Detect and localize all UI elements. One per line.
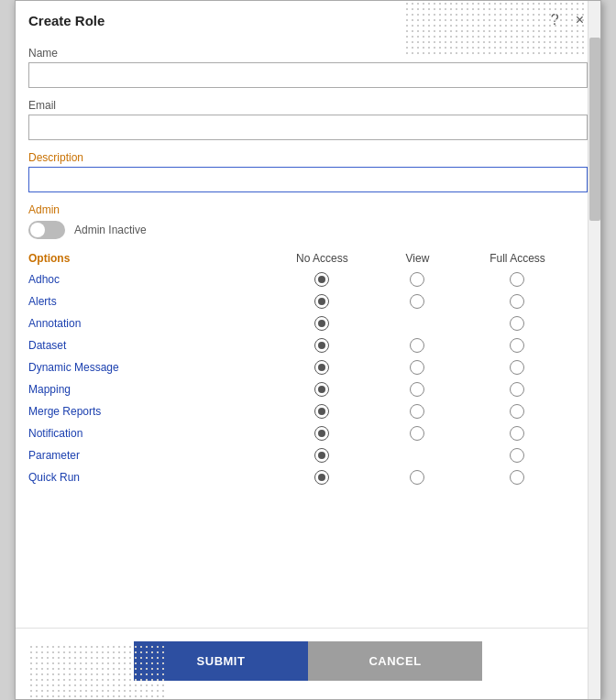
full-access-radio[interactable]	[510, 272, 524, 287]
no-access-cell	[257, 290, 388, 312]
description-input[interactable]	[28, 167, 588, 192]
table-row: Adhoc	[28, 268, 588, 290]
full-access-cell	[447, 356, 588, 378]
col-view-header: View	[388, 248, 447, 268]
full-access-radio[interactable]	[510, 294, 524, 309]
no-access-radio[interactable]	[314, 382, 329, 397]
full-access-cell	[447, 334, 588, 356]
no-access-cell	[257, 268, 388, 290]
view-cell	[388, 466, 447, 488]
permission-name: Mapping	[28, 378, 257, 400]
admin-section: Admin Admin Inactive	[28, 203, 588, 239]
view-cell	[388, 334, 447, 356]
description-field-group: Description	[28, 151, 588, 192]
table-row: Quick Run	[28, 466, 588, 488]
full-access-radio[interactable]	[510, 360, 524, 375]
no-access-radio[interactable]	[314, 448, 329, 463]
submit-button[interactable]: SUBMIT	[134, 641, 308, 681]
full-access-cell	[447, 444, 588, 466]
email-input[interactable]	[28, 115, 588, 140]
full-access-radio[interactable]	[510, 404, 524, 419]
dialog-title: Create Role	[28, 13, 104, 28]
col-full-access-header: Full Access	[447, 248, 588, 268]
admin-toggle[interactable]	[28, 221, 65, 239]
full-access-cell	[447, 268, 588, 290]
view-radio[interactable]	[410, 382, 424, 397]
no-access-cell	[257, 422, 388, 444]
full-access-radio[interactable]	[510, 448, 524, 463]
table-row: Alerts	[28, 290, 588, 312]
no-access-radio[interactable]	[314, 426, 329, 441]
no-access-radio[interactable]	[314, 338, 329, 353]
view-radio[interactable]	[410, 470, 424, 485]
table-row: Parameter	[28, 444, 588, 466]
view-cell	[388, 312, 447, 334]
view-cell	[388, 444, 447, 466]
view-radio[interactable]	[410, 360, 424, 375]
close-button[interactable]: ×	[572, 10, 588, 30]
table-row: Dynamic Message	[28, 356, 588, 378]
table-row: Annotation	[28, 312, 588, 334]
permission-name: Quick Run	[28, 466, 257, 488]
no-access-radio[interactable]	[314, 470, 329, 485]
name-input[interactable]	[28, 62, 588, 88]
permission-name: Alerts	[28, 290, 257, 312]
toggle-slider	[28, 221, 65, 239]
col-no-access-header: No Access	[257, 248, 388, 268]
admin-toggle-label: Admin Inactive	[74, 224, 147, 236]
view-radio[interactable]	[410, 404, 424, 419]
admin-label: Admin	[28, 203, 588, 216]
no-access-radio[interactable]	[314, 294, 329, 309]
name-label: Name	[28, 47, 588, 60]
no-access-cell	[257, 312, 388, 334]
no-access-radio[interactable]	[314, 316, 329, 331]
scrollbar-track[interactable]	[588, 1, 600, 699]
view-radio[interactable]	[410, 338, 424, 353]
view-cell	[388, 400, 447, 422]
scrollbar-thumb[interactable]	[589, 38, 600, 221]
full-access-cell	[447, 422, 588, 444]
view-radio[interactable]	[410, 426, 424, 441]
help-button[interactable]: ?	[547, 10, 563, 30]
no-access-radio[interactable]	[314, 272, 329, 287]
no-access-radio[interactable]	[314, 404, 329, 419]
table-row: Dataset	[28, 334, 588, 356]
no-access-cell	[257, 444, 388, 466]
view-radio[interactable]	[410, 272, 424, 287]
permission-name: Annotation	[28, 312, 257, 334]
full-access-radio[interactable]	[510, 470, 524, 485]
permissions-table: Options No Access View Full Access Adhoc…	[28, 248, 588, 488]
full-access-cell	[447, 378, 588, 400]
full-access-cell	[447, 290, 588, 312]
header-icons: ? ×	[547, 10, 588, 30]
view-cell	[388, 378, 447, 400]
email-label: Email	[28, 99, 588, 112]
name-field-group: Name	[28, 47, 588, 88]
admin-toggle-row: Admin Inactive	[28, 221, 588, 239]
no-access-cell	[257, 466, 388, 488]
full-access-radio[interactable]	[510, 382, 524, 397]
no-access-cell	[257, 378, 388, 400]
view-cell	[388, 422, 447, 444]
full-access-radio[interactable]	[510, 338, 524, 353]
view-cell	[388, 356, 447, 378]
no-access-cell	[257, 334, 388, 356]
full-access-cell	[447, 400, 588, 422]
create-role-dialog: Create Role ? × Name Email Description A…	[15, 0, 601, 700]
permission-name: Parameter	[28, 444, 257, 466]
dialog-header: Create Role ? ×	[16, 1, 600, 38]
dialog-body: Name Email Description Admin Admin Inact…	[16, 38, 600, 628]
col-options-header: Options	[28, 248, 257, 268]
cancel-button[interactable]: CANCEL	[308, 641, 482, 681]
view-radio[interactable]	[410, 294, 424, 309]
full-access-radio[interactable]	[510, 426, 524, 441]
permission-name: Notification	[28, 422, 257, 444]
dialog-footer: SUBMIT CANCEL	[16, 628, 600, 699]
full-access-radio[interactable]	[510, 316, 524, 331]
no-access-radio[interactable]	[314, 360, 329, 375]
table-row: Merge Reports	[28, 400, 588, 422]
description-label: Description	[28, 151, 588, 164]
permission-name: Dynamic Message	[28, 356, 257, 378]
no-access-cell	[257, 400, 388, 422]
view-cell	[388, 268, 447, 290]
